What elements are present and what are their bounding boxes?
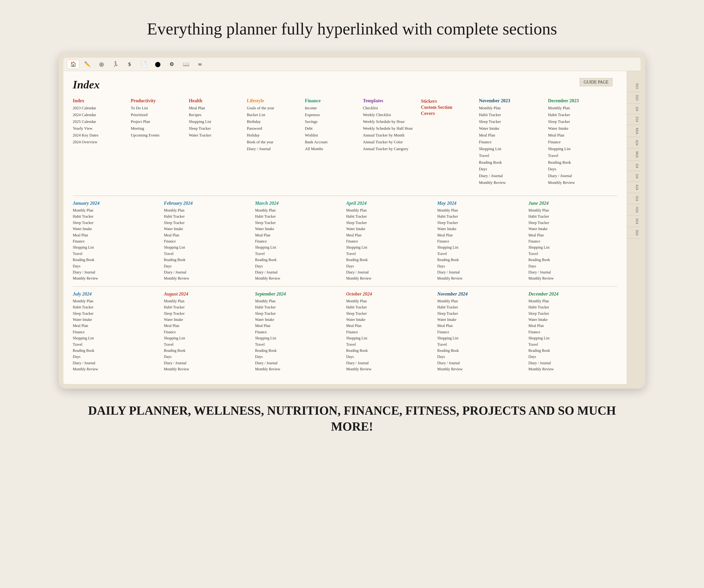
month-item[interactable]: Days [255, 354, 344, 360]
month-item[interactable]: Reading Book [164, 347, 252, 354]
dec23-item-8[interactable]: Reading Book [548, 159, 615, 166]
templates-item-3[interactable]: Weekly Schedule by Half Hour [363, 125, 418, 132]
month-item[interactable]: Sleep Tracker [528, 220, 617, 226]
lifestyle-item-5[interactable]: Book of the year [247, 139, 302, 146]
month-item[interactable]: Sleep Tracker [528, 311, 617, 317]
side-tab-item[interactable]: S24 [627, 193, 641, 204]
dec23-item-0[interactable]: Monthly Plan [548, 105, 615, 112]
month-item[interactable]: Shopping List [164, 335, 252, 341]
month-item[interactable]: Shopping List [437, 335, 526, 341]
month-item[interactable]: Travel [255, 251, 344, 257]
side-tab-item[interactable]: F24 [627, 114, 641, 125]
month-item[interactable]: Finance [437, 329, 526, 335]
month-item[interactable]: Diary / Journal [528, 269, 617, 275]
circle2-icon[interactable]: ⬤ [152, 60, 164, 69]
prod-item-1[interactable]: Prioritized [131, 112, 186, 119]
finance-item-2[interactable]: Savings [305, 119, 360, 125]
templates-item-4[interactable]: Annual Tracker by Month [363, 132, 418, 139]
month-item[interactable]: Meal Plan [528, 323, 617, 329]
month-item[interactable]: Habit Tracker [164, 213, 252, 219]
month-item[interactable]: Monthly Plan [528, 298, 617, 304]
month-item[interactable]: Days [255, 263, 344, 269]
dec23-item-1[interactable]: Habit Tracker [548, 112, 615, 119]
month-item[interactable]: Diary / Journal [346, 269, 435, 275]
month-item[interactable]: Monthly Review [73, 366, 162, 372]
month-item[interactable]: Finance [255, 329, 344, 335]
month-item[interactable]: Meal Plan [346, 232, 435, 238]
month-item[interactable]: Monthly Review [346, 366, 435, 372]
month-item[interactable]: Water Intake [346, 226, 435, 232]
month-item[interactable]: Reading Book [255, 257, 344, 263]
prod-item-2[interactable]: Project Plan [131, 119, 186, 125]
month-item[interactable]: Sleep Tracker [437, 311, 526, 317]
month-item[interactable]: Finance [164, 238, 252, 244]
month-item[interactable]: Shopping List [255, 244, 344, 251]
month-item[interactable]: Finance [73, 238, 162, 244]
month-item[interactable]: Travel [73, 251, 162, 257]
month-item[interactable]: Water Intake [164, 226, 252, 232]
month-item[interactable]: Diary / Journal [164, 269, 252, 275]
month-item[interactable]: Sleep Tracker [164, 220, 252, 226]
side-tab-item[interactable]: J24 [627, 161, 641, 171]
month-item[interactable]: Habit Tracker [528, 304, 617, 310]
index-item-keydates[interactable]: 2024 Key Dates [73, 132, 128, 139]
month-item[interactable]: Travel [437, 251, 526, 257]
health-item-0[interactable]: Meal Plan [189, 105, 244, 112]
nov23-item-7[interactable]: Travel [479, 152, 546, 159]
month-item[interactable]: Habit Tracker [255, 213, 344, 219]
month-item[interactable]: Habit Tracker [528, 213, 617, 219]
month-item[interactable]: Monthly Review [346, 275, 435, 281]
month-item[interactable]: Diary / Journal [255, 360, 344, 366]
dec23-item-6[interactable]: Shopping List [548, 146, 615, 152]
month-item[interactable]: Habit Tracker [73, 304, 162, 310]
dec23-item-4[interactable]: Meal Plan [548, 132, 615, 139]
month-item[interactable]: Reading Book [73, 257, 162, 263]
month-item[interactable]: Water Intake [164, 317, 252, 323]
month-item[interactable]: Shopping List [255, 335, 344, 341]
month-item[interactable]: Diary / Journal [437, 360, 526, 366]
month-item[interactable]: Reading Book [437, 347, 526, 354]
link-icon[interactable]: ∞ [194, 60, 206, 69]
nov23-item-2[interactable]: Sleep Tracker [479, 119, 546, 125]
month-item[interactable]: Monthly Plan [528, 207, 617, 213]
month-item[interactable]: Water Intake [255, 226, 344, 232]
side-tab-item[interactable]: J24 [627, 104, 641, 114]
lifestyle-item-6[interactable]: Diary / Journal [247, 146, 302, 152]
side-tab-item[interactable]: A24 [627, 182, 641, 193]
lifestyle-item-3[interactable]: Password [247, 125, 302, 132]
month-item[interactable]: Shopping List [73, 244, 162, 251]
month-item[interactable]: Travel [164, 251, 252, 257]
month-item[interactable]: Habit Tracker [346, 213, 435, 219]
side-tab-item[interactable]: D23 [627, 92, 641, 104]
nov23-item-6[interactable]: Shopping List [479, 146, 546, 152]
month-item[interactable]: Days [164, 263, 252, 269]
doc-icon[interactable]: 📄 [137, 60, 150, 69]
month-item[interactable]: Water Intake [73, 226, 162, 232]
month-item[interactable]: Habit Tracker [73, 213, 162, 219]
health-item-1[interactable]: Recipes [189, 112, 244, 119]
nov23-item-1[interactable]: Habit Tracker [479, 112, 546, 119]
side-tab-item[interactable]: N23 [627, 80, 641, 92]
side-tab-item[interactable]: N24 [627, 215, 641, 227]
month-item[interactable]: Meal Plan [437, 232, 526, 238]
nov23-item-11[interactable]: Monthly Review [479, 180, 546, 186]
side-tab-item[interactable]: J24 [627, 171, 641, 181]
month-item[interactable]: Meal Plan [528, 232, 617, 238]
month-item[interactable]: Shopping List [437, 244, 526, 251]
finance-item-1[interactable]: Expenses [305, 112, 360, 119]
run-icon[interactable]: 🏃 [109, 60, 122, 69]
month-item[interactable]: Meal Plan [255, 323, 344, 329]
month-item[interactable]: Monthly Review [437, 366, 526, 372]
templates-item-1[interactable]: Weekly Checklist [363, 112, 418, 119]
finance-item-3[interactable]: Debt [305, 125, 360, 132]
guide-page-button[interactable]: GUIDE PAGE [580, 78, 612, 86]
month-item[interactable]: Sleep Tracker [346, 311, 435, 317]
month-item[interactable]: Reading Book [346, 257, 435, 263]
month-item[interactable]: Reading Book [346, 347, 435, 354]
month-item[interactable]: Travel [255, 341, 344, 347]
month-item[interactable]: Diary / Journal [346, 360, 435, 366]
lifestyle-item-0[interactable]: Goals of the year [247, 105, 302, 112]
dec23-item-9[interactable]: Days [548, 166, 615, 173]
month-item[interactable]: Water Intake [528, 317, 617, 323]
month-item[interactable]: Habit Tracker [437, 213, 526, 219]
